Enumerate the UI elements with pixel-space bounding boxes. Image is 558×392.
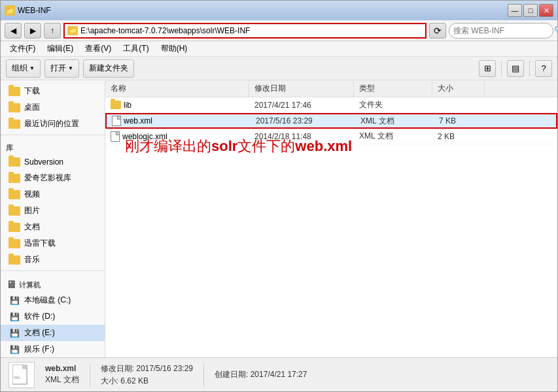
sidebar-item-pictures[interactable]: 图片 xyxy=(1,203,105,219)
file-name-weblogicxml: weblogic.xml xyxy=(105,129,249,144)
svg-text:XML: XML xyxy=(14,376,21,380)
sidebar-item-drive-d[interactable]: 💾 软件 (D:) xyxy=(1,308,105,325)
xml-icon-weblogicxml xyxy=(111,131,120,142)
refresh-button[interactable]: ⟳ xyxy=(429,23,446,39)
file-row-weblogicxml[interactable]: weblogic.xml 2014/2/18 11:48 XML 文档 2 KB xyxy=(105,129,557,144)
sidebar-item-downloads[interactable]: 下载 xyxy=(1,83,105,99)
new-folder-button[interactable]: 新建文件夹 xyxy=(83,59,134,78)
open-chevron-icon: ▼ xyxy=(68,65,73,71)
minimize-button[interactable]: — xyxy=(508,4,522,17)
col-header-size[interactable]: 大小 xyxy=(432,80,485,97)
organize-label: 组织 xyxy=(12,63,27,74)
status-file-icon: XML xyxy=(9,362,35,388)
sidebar: 下载 桌面 最近访问的位置 库 xyxy=(1,80,105,357)
computer-icon: 🖥 xyxy=(6,279,16,291)
menu-bar: 文件(F) 编辑(E) 查看(V) 工具(T) 帮助(H) xyxy=(1,41,557,57)
menu-view[interactable]: 查看(V) xyxy=(80,42,116,56)
subversion-icon xyxy=(9,157,20,167)
sidebar-section-library: 库 xyxy=(1,138,105,154)
sidebar-label-thunder: 迅雷下载 xyxy=(24,238,56,249)
music-folder-icon xyxy=(9,255,20,265)
title-buttons: — □ ✕ xyxy=(508,4,553,17)
sidebar-item-subversion[interactable]: Subversion xyxy=(1,154,105,170)
status-type: XML 文档 xyxy=(45,374,79,385)
window: 📁 WEB-INF — □ ✕ ◀ ▶ ↑ 📁 ⟳ 🔍 文件(F) 编辑(E) … xyxy=(0,0,558,392)
col-header-name[interactable]: 名称 xyxy=(105,80,249,97)
search-icon: 🔍 xyxy=(554,25,558,35)
organize-button[interactable]: 组织 ▼ xyxy=(6,59,41,78)
sidebar-divider-2 xyxy=(1,270,105,271)
file-type-lib: 文件夹 xyxy=(354,97,432,112)
status-filename: web.xml xyxy=(45,364,79,373)
col-header-date[interactable]: 修改日期 xyxy=(249,80,354,97)
drive-c-icon: 💾 xyxy=(9,295,20,306)
file-list: lib 2017/4/21 17:46 文件夹 web.xml 2017/5/1… xyxy=(105,97,557,357)
menu-file[interactable]: 文件(F) xyxy=(5,42,41,56)
sidebar-label-documents: 文档 xyxy=(24,221,40,233)
drive-d-icon: 💾 xyxy=(9,312,20,322)
desktop-folder-icon xyxy=(9,103,20,113)
open-label: 打开 xyxy=(50,63,66,74)
up-button[interactable]: ↑ xyxy=(44,23,61,39)
drive-f-icon: 💾 xyxy=(9,344,20,355)
recent-folder-icon xyxy=(9,119,20,129)
search-input[interactable] xyxy=(453,26,551,35)
file-list-header: 名称 修改日期 类型 大小 xyxy=(105,80,557,97)
folder-icon-lib xyxy=(111,101,121,109)
menu-help[interactable]: 帮助(H) xyxy=(156,42,193,56)
sidebar-item-iqiyi[interactable]: 爱奇艺影视库 xyxy=(1,170,105,186)
close-button[interactable]: ✕ xyxy=(539,4,553,17)
file-panel: 名称 修改日期 类型 大小 lib 2017/4/21 17:46 文件夹 xyxy=(105,80,557,357)
address-folder-icon: 📁 xyxy=(67,26,78,35)
forward-button[interactable]: ▶ xyxy=(24,23,41,39)
video-folder-icon xyxy=(9,189,20,200)
open-button[interactable]: 打开 ▼ xyxy=(44,59,79,78)
svg-rect-2 xyxy=(23,365,27,368)
menu-edit[interactable]: 编辑(E) xyxy=(42,42,78,56)
file-row-lib[interactable]: lib 2017/4/21 17:46 文件夹 xyxy=(105,97,557,113)
documents-folder-icon xyxy=(9,222,20,233)
sidebar-item-recent[interactable]: 最近访问的位置 xyxy=(1,116,105,132)
status-created: 创建日期: 2017/4/21 17:27 xyxy=(215,369,307,380)
sidebar-item-drive-e[interactable]: 💾 文档 (E:) xyxy=(1,325,105,341)
sidebar-label-recent: 最近访问的位置 xyxy=(24,118,79,129)
address-bar: ◀ ▶ ↑ 📁 ⟳ 🔍 xyxy=(1,20,557,41)
sidebar-item-music[interactable]: 音乐 xyxy=(1,252,105,268)
back-button[interactable]: ◀ xyxy=(5,23,22,39)
sidebar-item-drive-c[interactable]: 💾 本地磁盘 (C:) xyxy=(1,292,105,308)
view-toggle-button[interactable]: ⊞ xyxy=(479,60,496,77)
status-divider-1 xyxy=(90,363,90,387)
computer-section-label: 计算机 xyxy=(19,280,41,290)
sidebar-label-subversion: Subversion xyxy=(24,157,63,167)
sidebar-section-computer: 🖥 计算机 xyxy=(1,274,105,292)
sidebar-item-drive-f[interactable]: 💾 娱乐 (F:) xyxy=(1,341,105,357)
toolbar: 组织 ▼ 打开 ▼ 新建文件夹 ⊞ ▤ ? xyxy=(1,57,557,80)
sidebar-item-video[interactable]: 视频 xyxy=(1,186,105,203)
file-row-webxml[interactable]: web.xml 2017/5/16 23:29 XML 文档 7 KB xyxy=(105,113,557,129)
maximize-button[interactable]: □ xyxy=(523,4,538,17)
pictures-folder-icon xyxy=(9,206,20,216)
sidebar-label-drive-e: 文档 (E:) xyxy=(24,327,55,338)
menu-tools[interactable]: 工具(T) xyxy=(118,42,154,56)
address-input[interactable] xyxy=(80,26,423,35)
sidebar-divider-1 xyxy=(1,135,105,135)
status-info-modified: 修改日期: 2017/5/16 23:29 大小: 6.62 KB xyxy=(101,363,193,387)
sidebar-label-pictures: 图片 xyxy=(24,205,40,216)
sidebar-item-desktop[interactable]: 桌面 xyxy=(1,99,105,116)
thunder-folder-icon xyxy=(9,238,20,249)
file-date-webxml: 2017/5/16 23:29 xyxy=(251,114,355,127)
file-date-weblogicxml: 2014/2/18 11:48 xyxy=(249,129,354,144)
title-icon: 📁 xyxy=(5,5,15,16)
toolbar-right: ⊞ ▤ ? xyxy=(479,60,552,77)
sidebar-item-thunder[interactable]: 迅雷下载 xyxy=(1,235,105,252)
view-details-button[interactable]: ▤ xyxy=(507,60,524,77)
file-date-lib: 2017/4/21 17:46 xyxy=(249,97,354,112)
status-info-left: web.xml XML 文档 xyxy=(45,364,79,385)
col-header-type[interactable]: 类型 xyxy=(354,80,432,97)
file-size-lib xyxy=(432,97,485,112)
address-input-wrap: 📁 xyxy=(63,23,427,39)
sidebar-label-video: 视频 xyxy=(24,189,40,200)
file-type-webxml: XML 文档 xyxy=(355,114,434,127)
sidebar-item-documents[interactable]: 文档 xyxy=(1,219,105,235)
help-button[interactable]: ? xyxy=(535,60,552,77)
